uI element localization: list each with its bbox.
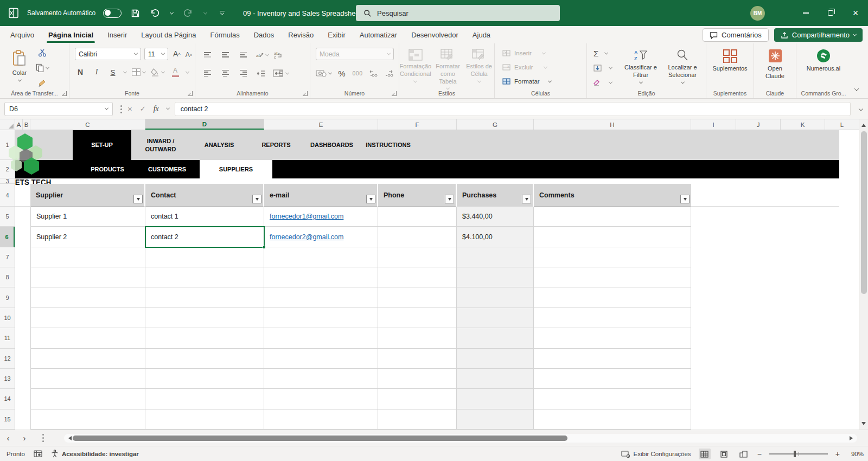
save-button[interactable] xyxy=(129,6,141,20)
conditional-formatting-button[interactable]: Formatação Condicional xyxy=(400,44,431,90)
empty-cell[interactable] xyxy=(457,369,534,389)
quick-access-toolbar-button[interactable] xyxy=(216,6,228,20)
empty-cell[interactable] xyxy=(30,247,145,267)
main-tab-analysis[interactable]: ANALYSIS xyxy=(190,130,248,160)
insert-cells-button[interactable]: Inserir xyxy=(502,47,551,60)
addins-button[interactable]: Suplementos xyxy=(709,44,752,73)
tab-formulas[interactable]: Fórmulas xyxy=(203,26,247,43)
align-bottom-button[interactable] xyxy=(238,49,248,61)
empty-cell[interactable] xyxy=(264,409,378,430)
empty-cell[interactable] xyxy=(145,328,264,348)
row-header-15[interactable]: 15 xyxy=(0,409,15,430)
copy-button[interactable] xyxy=(36,62,49,74)
header-purchases[interactable]: Purchases xyxy=(457,184,534,207)
column-header-d[interactable]: D xyxy=(145,119,264,130)
scroll-left-arrow[interactable] xyxy=(68,436,72,440)
empty-cell[interactable] xyxy=(534,328,691,348)
column-header-e[interactable]: E xyxy=(264,119,378,130)
scroll-right-arrow[interactable] xyxy=(850,436,853,440)
fill-color-button[interactable] xyxy=(151,66,164,78)
column-header-c[interactable]: C xyxy=(30,119,145,130)
undo-dropdown[interactable] xyxy=(168,6,175,20)
cell-g5[interactable]: $3.440,00 xyxy=(457,207,534,227)
increase-decimal-button[interactable] xyxy=(368,67,379,79)
empty-cell[interactable] xyxy=(378,328,457,348)
format-as-table-button[interactable]: Formatar como Tabela xyxy=(432,44,463,90)
horizontal-scrollbar[interactable] xyxy=(64,434,857,443)
main-tab-reports[interactable]: REPORTS xyxy=(248,130,304,160)
row-header-9[interactable]: 9 xyxy=(0,287,15,308)
row-header-3[interactable]: 3 xyxy=(0,178,15,184)
format-painter-button[interactable] xyxy=(36,77,49,89)
column-header-g[interactable]: G xyxy=(457,119,534,130)
horizontal-scroll-thumb[interactable] xyxy=(73,436,567,441)
column-header-k[interactable]: K xyxy=(781,119,825,130)
undo-button[interactable] xyxy=(149,6,161,20)
empty-cell[interactable] xyxy=(378,409,457,430)
alignment-dialog-launcher[interactable] xyxy=(303,91,308,96)
row-header-6[interactable]: 6 xyxy=(0,227,15,247)
cut-button[interactable] xyxy=(36,47,49,59)
page-break-view-button[interactable] xyxy=(738,449,750,459)
empty-cell[interactable] xyxy=(264,267,378,287)
cell-g6[interactable]: $4.100,00 xyxy=(457,227,534,247)
search-box[interactable]: Pesquisar xyxy=(356,5,560,21)
header-supplier[interactable]: Supplier xyxy=(30,184,145,207)
cell-d6-selected[interactable]: contact 2 xyxy=(145,227,264,247)
zoom-in-button[interactable]: + xyxy=(835,450,840,458)
empty-cell[interactable] xyxy=(378,389,457,409)
column-header-f[interactable]: F xyxy=(378,119,457,130)
empty-cell[interactable] xyxy=(264,247,378,267)
accounting-format-button[interactable] xyxy=(316,67,331,79)
empty-cell[interactable] xyxy=(145,369,264,389)
vertical-scrollbar[interactable] xyxy=(859,119,868,430)
macro-record-button[interactable] xyxy=(34,450,42,457)
avatar[interactable]: BM xyxy=(750,6,765,21)
font-size-select[interactable]: 11 xyxy=(144,48,168,60)
cell-d5[interactable]: contact 1 xyxy=(145,207,264,227)
filter-button-email[interactable] xyxy=(366,195,375,203)
enter-button[interactable]: ✓ xyxy=(140,105,146,113)
find-select-button[interactable]: Localizar e Selecionar xyxy=(662,44,703,84)
header-email[interactable]: e-mail xyxy=(264,184,378,207)
cell-e6[interactable]: fornecedor2@gmail.com xyxy=(264,227,378,247)
cell-e5[interactable]: fornecedor1@gmail.com xyxy=(264,207,378,227)
empty-cell[interactable] xyxy=(457,349,534,369)
cancel-button[interactable]: × xyxy=(127,104,132,113)
cell-styles-button[interactable]: Estilos de Célula xyxy=(464,44,494,90)
empty-cell[interactable] xyxy=(378,349,457,369)
row-header-7[interactable]: 7 xyxy=(0,247,15,267)
numerous-button[interactable]: Numerous.ai xyxy=(799,44,848,73)
column-header-h[interactable]: H xyxy=(534,119,691,130)
empty-cell[interactable] xyxy=(264,349,378,369)
font-name-select[interactable]: Calibri xyxy=(75,48,141,60)
restore-button[interactable] xyxy=(818,0,843,26)
empty-cell[interactable] xyxy=(534,349,691,369)
column-header-a[interactable]: A xyxy=(15,119,23,130)
filter-button-phone[interactable] xyxy=(445,195,454,203)
format-cells-button[interactable]: Formatar xyxy=(502,75,551,88)
grow-font-button[interactable]: A˄ xyxy=(171,48,182,60)
empty-cell[interactable] xyxy=(534,409,691,430)
tab-pagina-inicial[interactable]: Página Inicial xyxy=(41,26,100,43)
tab-dados[interactable]: Dados xyxy=(247,26,282,43)
tab-revisao[interactable]: Revisão xyxy=(281,26,321,43)
empty-cell[interactable] xyxy=(378,267,457,287)
column-header-j[interactable]: J xyxy=(736,119,781,130)
empty-cell[interactable] xyxy=(264,287,378,308)
empty-cell[interactable] xyxy=(534,247,691,267)
scroll-up-arrow[interactable] xyxy=(861,124,866,127)
empty-cell[interactable] xyxy=(457,328,534,348)
sort-filter-button[interactable]: AZ Classificar e Filtrar xyxy=(621,44,661,84)
namebox-resize-handle[interactable] xyxy=(120,105,122,107)
collapse-ribbon-button[interactable] xyxy=(855,85,858,93)
header-comments[interactable]: Comments xyxy=(534,184,691,207)
empty-cell[interactable] xyxy=(145,247,264,267)
sub-tab-customers[interactable]: CUSTOMERS xyxy=(130,160,204,178)
empty-cell[interactable] xyxy=(457,308,534,328)
header-phone[interactable]: Phone xyxy=(378,184,457,207)
decrease-indent-button[interactable] xyxy=(256,67,266,79)
clear-button[interactable] xyxy=(593,76,612,89)
column-header-i[interactable]: I xyxy=(691,119,736,130)
zoom-slider-handle[interactable] xyxy=(794,451,796,457)
